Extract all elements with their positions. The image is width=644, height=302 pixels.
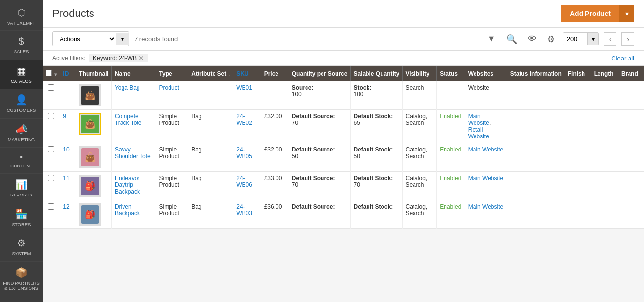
- actions-dropdown-button[interactable]: ▾: [116, 33, 129, 45]
- row-status: Enabled: [437, 172, 465, 200]
- website-link[interactable]: Main Website: [468, 175, 503, 181]
- actions-select-wrap: Actions ▾: [52, 31, 129, 46]
- product-sku-link[interactable]: 24-WB05: [236, 146, 252, 160]
- row-attribute-set: Bag: [188, 143, 233, 172]
- sidebar-item-system[interactable]: ⚙ SYSTEM: [0, 232, 43, 261]
- add-product-dropdown-button[interactable]: ▾: [619, 5, 634, 22]
- sidebar-item-marketing[interactable]: 📣 MARKETING: [0, 119, 43, 148]
- product-name-link[interactable]: Savvy Shoulder Tote: [115, 146, 151, 160]
- th-length[interactable]: Length: [591, 66, 618, 81]
- th-price-label: Price: [264, 70, 278, 77]
- sidebar-item-sales[interactable]: $ SALES: [0, 31, 43, 60]
- th-price[interactable]: Price: [261, 66, 289, 81]
- product-sku-link[interactable]: 24-WB02: [236, 113, 252, 126]
- row-name: Compete Track Tote: [111, 110, 156, 143]
- row-checkbox[interactable]: [48, 146, 54, 152]
- filter-tag: Keyword: 24-WB ✕: [89, 54, 148, 62]
- sidebar-item-reports[interactable]: 📊 REPORTS: [0, 174, 43, 203]
- sidebar-item-stores[interactable]: 🏪 STORES: [0, 203, 43, 232]
- th-finish-label: Finish: [568, 70, 585, 77]
- row-id: 12: [60, 200, 76, 229]
- product-name-link[interactable]: Endeavor Daytrip Backpack: [115, 175, 140, 195]
- sidebar-item-customers[interactable]: 👤 CUSTOMERS: [0, 89, 43, 118]
- th-attribute-set[interactable]: Attribute Set ↓: [188, 66, 233, 81]
- sidebar-item-label: SYSTEM: [12, 251, 31, 256]
- website-link-2[interactable]: Retail Website: [468, 126, 489, 140]
- content-icon: ▪: [20, 152, 23, 161]
- actions-select[interactable]: Actions: [53, 32, 116, 46]
- table-row: 12 🎒 Driven Backpack Simple Product Bag …: [43, 200, 644, 229]
- row-length: [591, 81, 618, 110]
- product-name-link[interactable]: Compete Track Tote: [115, 113, 141, 126]
- th-websites[interactable]: Websites: [465, 66, 507, 81]
- row-id: 10: [60, 143, 76, 172]
- next-page-button[interactable]: ›: [621, 32, 634, 46]
- th-qty-per-source[interactable]: Quantity per Source: [289, 66, 351, 81]
- product-sku-link[interactable]: 24-WB03: [236, 203, 252, 217]
- source-label: Source:100: [292, 84, 314, 98]
- product-name-link[interactable]: Driven Backpack: [115, 203, 140, 217]
- th-status-label: Status: [440, 70, 458, 77]
- th-status-information[interactable]: Status Information: [507, 66, 565, 81]
- select-all-checkbox[interactable]: [46, 70, 52, 76]
- th-finish[interactable]: Finish: [565, 66, 591, 81]
- th-sort-arrow-icon: ▾: [54, 72, 57, 77]
- th-type[interactable]: Type: [156, 66, 188, 81]
- clear-all-filters-button[interactable]: Clear all: [611, 55, 634, 62]
- sidebar-item-vat-exempt[interactable]: ⬡ VAT EXEMPT: [0, 2, 43, 31]
- product-id-link[interactable]: 10: [63, 146, 69, 153]
- sidebar-item-catalog[interactable]: ▦ CATALOG: [0, 60, 43, 89]
- th-status[interactable]: Status: [437, 66, 465, 81]
- row-websites: Main Website: [465, 143, 507, 172]
- product-id-link[interactable]: 9: [63, 113, 66, 120]
- th-length-label: Length: [594, 70, 613, 77]
- th-id: ID: [60, 66, 76, 81]
- th-brand[interactable]: Brand: [618, 66, 644, 81]
- row-checkbox[interactable]: [48, 175, 54, 181]
- filter-tag-remove-button[interactable]: ✕: [138, 55, 144, 61]
- sidebar-item-content[interactable]: ▪ CONTENT: [0, 148, 43, 174]
- columns-visibility-button[interactable]: 👁: [525, 32, 539, 46]
- search-button[interactable]: 🔍: [504, 32, 520, 46]
- th-websites-label: Websites: [468, 70, 493, 77]
- row-checkbox[interactable]: [48, 84, 54, 91]
- prev-page-button[interactable]: ‹: [604, 32, 617, 46]
- row-checkbox[interactable]: [48, 113, 54, 119]
- th-thumbnail-label: Thumbnail: [79, 70, 108, 77]
- add-product-button[interactable]: Add Product: [561, 5, 619, 22]
- website-link[interactable]: Main Website: [468, 146, 503, 153]
- table-header-row: ▾ ID Thumbnail Name Type Attribute Set ↓…: [43, 66, 644, 81]
- product-name-link[interactable]: Yoga Bag: [115, 84, 140, 91]
- per-page-dropdown-button[interactable]: ▾: [587, 33, 598, 45]
- sort-down-icon: ↓: [228, 71, 230, 76]
- row-websites: Website: [465, 81, 507, 110]
- sidebar-item-find-partners[interactable]: 📦 FIND PARTNERS & EXTENSIONS: [0, 262, 43, 297]
- extensions-icon: 📦: [15, 267, 28, 278]
- product-id-link[interactable]: 12: [63, 203, 69, 210]
- row-sku: WB01: [233, 81, 261, 110]
- product-id-link[interactable]: 11: [63, 175, 69, 181]
- product-sku-link[interactable]: WB01: [236, 84, 252, 91]
- th-visibility[interactable]: Visibility: [402, 66, 437, 81]
- row-checkbox[interactable]: [48, 203, 54, 210]
- sidebar-item-label: CUSTOMERS: [7, 107, 36, 113]
- thumbnail-image-selected: 👜: [79, 113, 101, 135]
- website-link[interactable]: Main Website: [468, 113, 489, 126]
- row-thumbnail: 🎒: [76, 172, 112, 200]
- vat-exempt-icon: ⬡: [17, 7, 26, 18]
- records-found: 7 records found: [134, 35, 178, 43]
- website-link[interactable]: Main Website: [468, 203, 503, 210]
- row-type: Simple Product: [156, 200, 188, 229]
- product-type-link[interactable]: Product: [159, 84, 179, 91]
- th-sku[interactable]: SKU: [233, 66, 261, 81]
- product-sku-link[interactable]: 24-WB06: [236, 175, 252, 188]
- per-page-input[interactable]: [563, 33, 587, 45]
- next-page-icon: ›: [627, 35, 629, 43]
- row-status-info: [507, 172, 565, 200]
- settings-button[interactable]: ⚙: [544, 32, 558, 46]
- th-salable-quantity[interactable]: Salable Quantity: [351, 66, 402, 81]
- filter-button[interactable]: ▼: [484, 32, 499, 46]
- th-name[interactable]: Name: [111, 66, 156, 81]
- row-brand: [618, 200, 644, 229]
- th-type-label: Type: [159, 70, 172, 77]
